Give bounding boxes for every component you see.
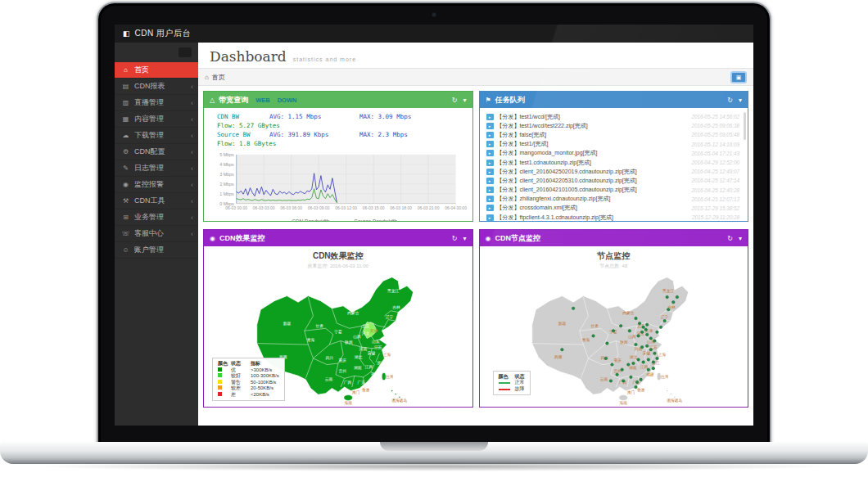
sidebar-item-business-management[interactable]: ⊞业务管理‹ <box>115 209 198 226</box>
svg-text:广东: 广东 <box>357 380 365 385</box>
svg-text:内蒙古: 内蒙古 <box>622 311 634 315</box>
legend-item[interactable]: CDN Bandwidth <box>278 218 329 221</box>
svg-text:湖南: 湖南 <box>629 366 637 370</box>
laptop-base <box>0 442 868 464</box>
support-center-icon: ☏ <box>121 230 130 237</box>
svg-text:内蒙古: 内蒙古 <box>347 311 359 315</box>
tasks-scrollbar[interactable] <box>744 112 746 140</box>
sidebar-item-account-management[interactable]: ☺账户管理 <box>115 242 198 259</box>
svg-text:江苏: 江苏 <box>373 345 382 349</box>
down-link[interactable]: DOWN <box>278 97 297 104</box>
collapse-icon[interactable]: ▾ <box>739 97 742 104</box>
cdn-effect-panel: ◉ CDN效果监控 ↻ ▾ CDN效果监控 效果监控: 2016-06-03 1… <box>203 229 473 408</box>
color-swatch <box>218 385 222 390</box>
download-management-icon: ☁ <box>121 132 130 139</box>
refresh-icon[interactable]: ↻ <box>727 97 733 104</box>
map-marker-icon: ◉ <box>486 235 491 242</box>
send-icon: ▸ <box>486 150 494 156</box>
svg-text:天津: 天津 <box>370 329 378 333</box>
collapse-icon[interactable]: ▾ <box>739 235 742 242</box>
send-icon: ▸ <box>486 187 494 193</box>
web-link[interactable]: WEB <box>255 97 270 104</box>
bandwidth-panel-header: △ 带宽查询 WEB DOWN ↻ ▾ <box>204 92 472 108</box>
task-row[interactable]: ▸【分发】client_2016042205310.cdnautounzip.z… <box>486 176 740 185</box>
sidebar-toggle-button[interactable] <box>179 47 192 57</box>
widgets-button[interactable]: ▣ <box>730 71 747 83</box>
china-map-nodes: 新疆西藏青海甘肃内蒙古黑龙江吉林辽宁北京天津河北山西山东河南陕西宁夏四川重庆湖北… <box>512 271 715 407</box>
sidebar-item-home[interactable]: ⌂首页 <box>115 62 198 79</box>
chevron-left-icon: ‹ <box>191 115 193 124</box>
bandwidth-stat-row: CDN BWAVG: 1.15 MbpsMAX: 3.09 MbpsFlow: … <box>217 112 472 130</box>
svg-text:澳门: 澳门 <box>351 390 359 395</box>
legend-row: 差<20KB/s <box>218 392 279 399</box>
task-timestamp: 2016-05-25 09:05:48 <box>692 132 739 137</box>
legend-header-cell: 指标 <box>251 361 279 367</box>
logo-icon: ◧ <box>123 29 130 38</box>
send-icon: ▸ <box>486 169 494 175</box>
svg-text:海南: 海南 <box>620 401 628 405</box>
svg-text:陕西: 陕西 <box>345 340 353 345</box>
task-timestamp: 2016-04-25 12:47:14 <box>692 178 739 183</box>
stat-flow: Flow: 1.8 GBytes <box>217 139 276 148</box>
app-title: CDN 用户后台 <box>135 28 191 39</box>
chevron-left-icon: ‹ <box>191 214 193 222</box>
task-row[interactable]: ▸【分发】test1/wcd/test222.zip[完成]2016-05-25… <box>486 121 740 130</box>
sidebar-item-log-management[interactable]: ✎日志管理‹ <box>115 160 198 177</box>
svg-text:澳门: 澳门 <box>627 390 635 395</box>
cdn-effect-panel-title: CDN效果监控 <box>219 233 265 244</box>
sidebar-item-live-management[interactable]: ▥直播管理‹ <box>115 95 198 111</box>
svg-text:辽宁: 辽宁 <box>385 314 394 319</box>
sidebar-item-monitor-alerts[interactable]: ◉监控报警‹ <box>115 177 198 193</box>
monitor-alerts-icon: ◉ <box>121 181 130 188</box>
refresh-icon[interactable]: ↻ <box>452 235 458 242</box>
home-icon: ⌂ <box>205 74 209 81</box>
effect-map-subtitle: 效果监控: 2016-06-03 11:00 <box>204 263 472 270</box>
dashboard-panels: △ 带宽查询 WEB DOWN ↻ ▾ CDN BWAVG: 1.15 Mbps… <box>198 86 753 412</box>
task-timestamp: 2016-05-25 09:06:38 <box>692 123 739 128</box>
task-row[interactable]: ▸【分发】ftpclient-4.3.1.cdnautounzip.zip[完成… <box>486 213 740 221</box>
task-timestamp: 2016-05-25 14:56:02 <box>692 114 739 119</box>
stat-flow: Flow: 5.27 GBytes <box>217 121 280 130</box>
task-row[interactable]: ▸【分发】test1/wcd/[完成]2016-05-25 14:56:02 <box>486 112 740 121</box>
map-marker-icon: ◉ <box>210 235 215 242</box>
color-swatch <box>218 367 222 372</box>
task-row[interactable]: ▸【分发】test1/[完成]2016-05-12 14:16:09 <box>486 140 740 149</box>
sidebar-item-support-center[interactable]: ☏客服中心‹ <box>115 226 198 242</box>
sidebar-item-cdn-config[interactable]: ⚙CDN配置‹ <box>115 144 198 160</box>
sidebar-item-cdn-reports[interactable]: ▤CDN报表‹ <box>115 79 198 95</box>
legend-item[interactable]: Source Bandwidth <box>341 218 397 221</box>
sidebar-item-label: CDN配置 <box>134 146 187 157</box>
task-row[interactable]: ▸【分发】mangomoda_monitor.jpg[完成]2016-05-04… <box>486 149 740 158</box>
sidebar-item-content-management[interactable]: ▦内容管理‹ <box>115 111 198 128</box>
sidebar-item-cdn-tools[interactable]: ⚒CDN工具‹ <box>115 193 198 209</box>
svg-text:香港: 香港 <box>637 387 645 393</box>
sidebar-item-download-management[interactable]: ☁下载管理‹ <box>115 128 198 144</box>
svg-text:云南: 云南 <box>600 377 608 381</box>
task-name: 【分发】test1.cdnautounzip.zip[完成] <box>497 159 689 167</box>
collapse-icon[interactable]: ▾ <box>463 235 466 242</box>
task-row[interactable]: ▸【分发】crossdomain.xml[完成]2015-12-29 15:38… <box>486 204 740 213</box>
legend-metric: 50-100KB/s <box>251 380 279 386</box>
task-row[interactable]: ▸【分发】zhiliangfenxi.cdnautounzip.zip[完成]2… <box>486 195 740 204</box>
task-row[interactable]: ▸【分发】false[完成]2016-05-25 09:05:48 <box>486 130 740 139</box>
legend-row: 警告50-100KB/s <box>218 380 279 386</box>
sidebar-item-label: 账户管理 <box>134 245 193 255</box>
collapse-icon[interactable]: ▾ <box>463 97 466 104</box>
svg-text:06-03 06:00: 06-03 06:00 <box>280 205 302 210</box>
svg-text:青海: 青海 <box>306 338 314 342</box>
legend-swatch <box>278 221 289 222</box>
breadcrumb-item-home[interactable]: 首页 <box>212 73 225 82</box>
bandwidth-panel-body: CDN BWAVG: 1.15 MbpsMAX: 3.09 MbpsFlow: … <box>204 108 472 221</box>
legend-status: 优 <box>231 367 251 374</box>
task-timestamp: 2016-04-21 12:07:13 <box>692 196 739 202</box>
task-row[interactable]: ▸【分发】client_2016042502019.cdnautounzip.z… <box>486 167 740 176</box>
page-subtitle: statistics and more <box>293 56 356 62</box>
refresh-icon[interactable]: ↻ <box>727 235 733 242</box>
refresh-icon[interactable]: ↻ <box>452 97 458 104</box>
task-row[interactable]: ▸【分发】client_2016042101005.cdnautounzip.z… <box>486 186 740 195</box>
legend-metric: <20KB/s <box>251 392 279 399</box>
chevron-left-icon: ‹ <box>191 148 193 156</box>
task-row[interactable]: ▸【分发】test1.cdnautounzip.zip[完成]2016-04-2… <box>486 158 740 167</box>
cdn-config-icon: ⚙ <box>121 148 130 155</box>
node-map-title: 节点监控 <box>480 250 748 262</box>
